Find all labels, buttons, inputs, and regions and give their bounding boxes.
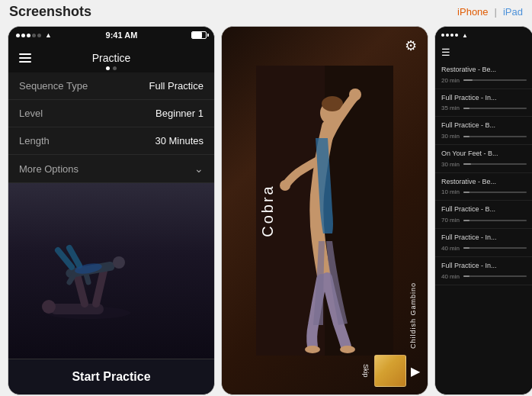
battery-fill	[192, 32, 202, 38]
hamburger-line-1	[19, 53, 31, 55]
length-value: 30 Minutes	[155, 135, 204, 146]
s3-progress-bar	[463, 136, 527, 137]
sequence-type-value: Full Practice	[149, 80, 204, 92]
s3-progress-bar	[463, 247, 527, 249]
s3-item-duration: 35 min	[441, 105, 460, 111]
signal-dot-3	[27, 34, 30, 37]
chevron-down-icon: ⌄	[194, 163, 204, 175]
s3-signal-dot-1	[441, 34, 444, 37]
s1-nav-dots	[106, 66, 117, 70]
sequence-type-row[interactable]: Sequence Type Full Practice	[8, 72, 214, 100]
svg-point-16	[349, 89, 361, 101]
nav-dot-2	[113, 66, 117, 70]
s3-item-meta: 30 min	[441, 133, 527, 140]
signal-dot-1	[16, 34, 20, 37]
s3-item-title: Full Practice - B...	[441, 205, 527, 214]
list-item[interactable]: Full Practice - In... 40 min	[435, 257, 532, 285]
s1-nav-bar: Practice	[8, 43, 214, 72]
s2-person-area	[222, 27, 428, 394]
artist-name: Childish Gambino	[409, 282, 417, 349]
more-options-label: More Options	[19, 163, 79, 175]
s3-progress-bar	[463, 220, 527, 221]
s3-signal: ▲	[441, 32, 468, 39]
s3-item-title: Full Practice - In...	[441, 94, 527, 103]
s3-item-meta: 40 min	[441, 273, 527, 280]
s3-item-title: Restorative - Be...	[441, 178, 527, 187]
s3-signal-dot-3	[450, 34, 453, 37]
battery-icon	[191, 31, 207, 39]
start-practice-button[interactable]: Start Practice	[8, 359, 214, 394]
s3-item-title: Full Practice - B...	[441, 121, 527, 130]
page-header: Screenshots iPhone | iPad	[0, 0, 532, 23]
svg-line-3	[77, 275, 85, 304]
screen2-frame: ⚙	[221, 26, 428, 395]
s3-item-duration: 30 min	[441, 161, 460, 168]
list-item[interactable]: Full Practice - In... 35 min	[435, 89, 532, 118]
list-item[interactable]: Restorative - Be... 20 min	[435, 61, 532, 89]
wifi-icon: ▲	[45, 31, 52, 39]
level-row[interactable]: Level Beginner 1	[8, 100, 214, 127]
list-item[interactable]: Restorative - Be... 10 min	[435, 173, 532, 201]
svg-point-18	[305, 346, 320, 353]
length-label: Length	[19, 135, 50, 146]
s3-item-duration: 20 min	[441, 77, 460, 84]
svg-point-19	[340, 346, 355, 353]
level-label: Level	[19, 108, 43, 119]
s3-progress-fill	[463, 275, 470, 277]
s3-item-meta: 70 min	[441, 217, 527, 224]
screen1-frame: ▲ 9:41 AM Practice Sequence	[8, 26, 215, 395]
s3-item-title: Full Practice - In...	[441, 262, 527, 271]
svg-point-6	[113, 256, 125, 269]
skip-area[interactable]: Skip ▶	[362, 355, 420, 387]
s3-wifi-icon: ▲	[462, 32, 468, 39]
page-title: Screenshots	[9, 4, 91, 20]
link-divider: |	[495, 6, 497, 18]
yoga-pose-svg	[35, 214, 187, 328]
s3-progress-bar	[463, 108, 527, 109]
hamburger-line-2	[19, 57, 31, 59]
svg-point-17	[280, 180, 290, 191]
hamburger-icon[interactable]	[19, 53, 31, 63]
s1-signal: ▲	[16, 31, 52, 39]
s3-progress-fill	[463, 108, 470, 109]
level-value: Beginner 1	[155, 108, 204, 119]
sequence-type-label: Sequence Type	[19, 80, 88, 92]
s3-item-title: Restorative - Be...	[441, 66, 527, 75]
s1-battery	[191, 31, 207, 39]
signal-dot-4	[32, 34, 36, 37]
s3-progress-fill	[463, 79, 473, 81]
s3-progress-fill	[463, 247, 470, 249]
list-item[interactable]: Full Practice - B... 70 min	[435, 201, 532, 229]
s1-time: 9:41 AM	[106, 31, 138, 40]
next-arrow-icon[interactable]: ▶	[411, 364, 420, 378]
screenshots-area: ▲ 9:41 AM Practice Sequence	[0, 23, 532, 396]
s3-signal-dot-2	[446, 34, 449, 37]
length-row[interactable]: Length 30 Minutes	[8, 127, 214, 155]
s3-item-meta: 10 min	[441, 188, 527, 195]
signal-dot-2	[21, 34, 25, 37]
ipad-link[interactable]: iPad	[503, 6, 523, 18]
s3-progress-bar	[463, 79, 527, 81]
list-item[interactable]: Full Practice - In... 40 min	[435, 229, 532, 257]
header-links: iPhone | iPad	[457, 6, 523, 18]
s1-status-bar: ▲ 9:41 AM	[8, 27, 214, 43]
list-item[interactable]: Full Practice - B... 30 min	[435, 117, 532, 145]
s3-progress-fill	[463, 220, 470, 221]
s3-signal-dot-4	[455, 34, 458, 37]
s3-item-duration: 40 min	[441, 245, 460, 252]
list-item[interactable]: On Your Feet - B... 30 min	[435, 145, 532, 173]
more-options-row[interactable]: More Options ⌄	[8, 155, 214, 183]
s3-progress-fill	[463, 163, 471, 165]
s1-nav-title: Practice	[92, 52, 131, 64]
s3-progress-bar	[463, 275, 527, 277]
nav-dot-1	[106, 66, 110, 70]
s3-item-duration: 30 min	[441, 133, 460, 140]
s3-hamburger-icon[interactable]: ☰	[435, 43, 532, 61]
s3-item-duration: 40 min	[441, 273, 460, 280]
s3-item-meta: 40 min	[441, 245, 527, 252]
s1-yoga-image	[8, 183, 214, 359]
gear-icon[interactable]: ⚙	[405, 37, 417, 54]
s3-progress-bar	[463, 192, 527, 193]
album-thumbnail[interactable]	[374, 355, 406, 387]
iphone-link[interactable]: iPhone	[457, 6, 488, 18]
